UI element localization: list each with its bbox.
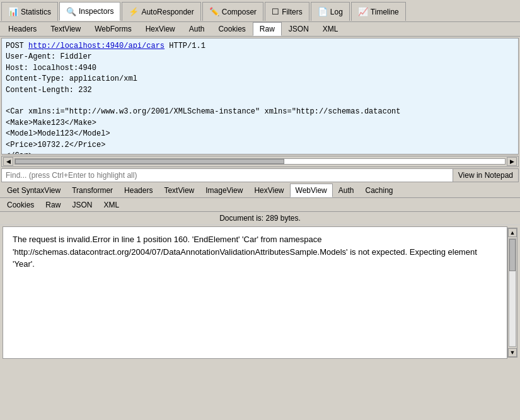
statistics-icon: 📊 <box>8 7 18 16</box>
vscroll-thumb[interactable] <box>509 239 516 271</box>
request-line-4: Content-Type: application/xml <box>6 74 514 85</box>
filters-label: Filters <box>282 8 303 16</box>
vertical-scrollbar[interactable]: ▲ ▼ <box>507 228 517 358</box>
resp-tab-raw[interactable]: Raw <box>40 198 66 211</box>
request-line-5: Content-Length: 232 <box>6 85 514 96</box>
statistics-label: Statistics <box>21 8 51 16</box>
resp-tab-cookies[interactable]: Cookies <box>1 198 40 211</box>
request-url-link[interactable]: http://localhost:4940/api/cars <box>28 42 165 50</box>
response-tabs-row2: Cookies Raw JSON XML <box>0 198 520 212</box>
tab-autoresponder[interactable]: ⚡ AutoResponder <box>122 2 200 21</box>
request-content-area: POST http://localhost:4940/api/cars HTTP… <box>1 38 519 155</box>
resp-tab-webview[interactable]: WebView <box>290 184 333 197</box>
resp-tab-json[interactable]: JSON <box>66 198 98 211</box>
horizontal-scrollbar[interactable]: ◀ ▶ <box>1 156 519 167</box>
response-body-wrapper: The request is invalid.Error in line 1 p… <box>1 226 519 359</box>
tab-timeline[interactable]: 📈 Timeline <box>351 2 406 21</box>
resp-tab-headers[interactable]: Headers <box>118 184 158 197</box>
scroll-right-button[interactable]: ▶ <box>507 157 517 166</box>
composer-icon: ✏️ <box>209 7 219 16</box>
scroll-track[interactable] <box>14 158 506 165</box>
find-bar: View in Notepad <box>1 168 519 182</box>
resp-tab-imageview[interactable]: ImageView <box>200 184 248 197</box>
resp-tab-xml[interactable]: XML <box>98 198 125 211</box>
request-line-9: <Model>Model123</Model> <box>6 129 514 139</box>
tab-inspectors[interactable]: 🔍 Inspectors <box>59 2 120 21</box>
autoresponder-icon: ⚡ <box>129 7 139 16</box>
req-tab-headers[interactable]: Headers <box>1 22 43 36</box>
resp-tab-caching[interactable]: Caching <box>359 184 398 197</box>
resp-tab-transformer[interactable]: Transformer <box>66 184 118 197</box>
tab-composer[interactable]: ✏️ Composer <box>202 2 263 21</box>
find-input[interactable] <box>2 169 453 182</box>
req-tab-json[interactable]: JSON <box>282 22 316 36</box>
request-line-2: User-Agent: Fiddler <box>6 52 514 62</box>
log-icon: 📄 <box>318 7 328 16</box>
scroll-left-button[interactable]: ◀ <box>3 157 13 166</box>
request-line-11: </Car> <box>6 151 514 155</box>
resp-tab-hexview[interactable]: HexView <box>248 184 289 197</box>
request-line-1: POST http://localhost:4940/api/cars HTTP… <box>6 41 514 52</box>
request-line-10: <Price>10732.2</Price> <box>6 140 514 151</box>
req-tab-cookies[interactable]: Cookies <box>211 22 252 36</box>
timeline-icon: 📈 <box>358 7 368 16</box>
resp-tab-get-syntaxview[interactable]: Get SyntaxView <box>1 184 66 197</box>
req-tab-webforms[interactable]: WebForms <box>88 22 138 36</box>
resp-tab-auth[interactable]: Auth <box>333 184 360 197</box>
request-line-8: <Make>Make123</Make> <box>6 118 514 129</box>
response-tabs-row1: Get SyntaxView Transformer Headers TextV… <box>0 184 520 198</box>
autoresponder-label: AutoResponder <box>141 8 194 16</box>
timeline-label: Timeline <box>371 8 399 16</box>
tab-statistics[interactable]: 📊 Statistics <box>1 2 58 21</box>
vscroll-track[interactable] <box>509 238 516 347</box>
tab-filters[interactable]: ☐ Filters <box>265 2 309 21</box>
filters-icon: ☐ <box>272 7 279 16</box>
inspectors-icon: 🔍 <box>66 7 76 16</box>
response-error-message: The request is invalid.Error in line 1 p… <box>13 233 497 271</box>
req-tab-auth[interactable]: Auth <box>182 22 212 36</box>
scroll-thumb[interactable] <box>15 159 284 164</box>
request-line-6 <box>6 96 514 107</box>
request-line-7: <Car xmlns:i="http://www.w3.org/2001/XML… <box>6 107 514 117</box>
scroll-up-button[interactable]: ▲ <box>508 228 517 237</box>
composer-label: Composer <box>222 8 257 16</box>
request-line-3: Host: localhost:4940 <box>6 63 514 74</box>
req-tab-xml[interactable]: XML <box>316 22 345 36</box>
scroll-down-button[interactable]: ▼ <box>508 348 517 357</box>
req-tab-raw[interactable]: Raw <box>253 22 282 36</box>
req-tab-hexview[interactable]: HexView <box>139 22 182 36</box>
response-body: The request is invalid.Error in line 1 p… <box>3 226 507 359</box>
log-label: Log <box>330 8 343 16</box>
tab-log[interactable]: 📄 Log <box>311 2 350 21</box>
top-nav-bar: 📊 Statistics 🔍 Inspectors ⚡ AutoResponde… <box>0 0 520 22</box>
document-info-bar: Document is: 289 bytes. <box>0 212 520 225</box>
req-tab-textview[interactable]: TextView <box>43 22 88 36</box>
view-in-notepad-button[interactable]: View in Notepad <box>453 169 518 182</box>
resp-tab-textview[interactable]: TextView <box>158 184 200 197</box>
inspectors-label: Inspectors <box>79 7 113 16</box>
document-size-info: Document is: 289 bytes. <box>219 214 301 223</box>
request-tabs-row: Headers TextView WebForms HexView Auth C… <box>0 22 520 37</box>
